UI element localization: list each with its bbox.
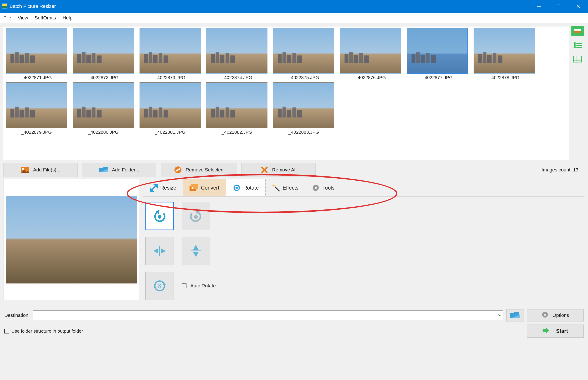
auto-rotate-checkbox[interactable]	[182, 284, 186, 288]
svg-rect-66	[230, 110, 235, 117]
svg-rect-36	[364, 56, 369, 63]
svg-rect-51	[30, 110, 35, 117]
destination-field[interactable]	[33, 310, 503, 320]
menu-softorbits[interactable]: SoftOrbits	[35, 15, 56, 21]
svg-rect-32	[345, 54, 349, 63]
thumbnail-label: _4022878.JPG	[472, 75, 536, 80]
tab-resize-label: Resize	[160, 185, 176, 191]
close-button[interactable]	[568, 0, 588, 13]
convert-icon	[189, 184, 198, 191]
svg-point-107	[315, 187, 317, 189]
picture-icon	[21, 167, 29, 173]
folder-structure-checkbox[interactable]	[4, 329, 9, 333]
start-label: Start	[556, 328, 568, 334]
start-button[interactable]: Start	[527, 324, 584, 338]
rotate-cw-button[interactable]	[182, 202, 210, 230]
thumbnail-image	[73, 28, 134, 74]
rotate-ccw-button[interactable]	[146, 202, 174, 230]
svg-rect-13	[82, 52, 86, 63]
thumbnail-label: _4022879.JPG	[5, 130, 68, 135]
svg-rect-70	[292, 107, 296, 117]
menu-file[interactable]: File	[3, 15, 11, 21]
thumbnail-label: _4022873.JPG	[138, 75, 202, 80]
menu-view[interactable]: View	[18, 15, 28, 21]
remove-selected-button[interactable]: Remove Selected	[161, 163, 237, 177]
svg-rect-71	[297, 110, 302, 117]
thumbnail-item[interactable]: _4022883.JPG	[272, 82, 336, 135]
gear-icon	[312, 184, 320, 192]
thumbnail-label: _4022874.JPG	[205, 75, 269, 80]
svg-rect-41	[431, 55, 436, 63]
thumbnail-item[interactable]: _4022873.JPG	[138, 28, 202, 80]
auto-rotate-toggle-button[interactable]: X	[146, 272, 174, 300]
svg-rect-26	[230, 56, 235, 63]
svg-rect-12	[77, 54, 81, 63]
svg-rect-28	[283, 52, 286, 63]
svg-point-75	[574, 43, 575, 44]
remove-all-button[interactable]: Remove All	[241, 163, 316, 177]
tab-rotate[interactable]: Rotate	[226, 179, 265, 196]
app-title: Batch Picture Resizer	[10, 3, 56, 9]
svg-rect-60	[159, 107, 162, 117]
thumbnail-image	[206, 82, 267, 128]
svg-rect-43	[483, 52, 486, 63]
add-folder-label: Add Folder...	[112, 167, 139, 173]
svg-rect-2	[2, 6, 7, 8]
svg-rect-69	[287, 110, 291, 117]
thumbnail-item[interactable]: _4022876.JPG	[339, 28, 403, 80]
svg-point-87	[22, 168, 24, 170]
file-toolbar: Add File(s)... Add Folder... Remove Sele…	[0, 161, 588, 179]
tab-convert[interactable]: Convert	[183, 179, 226, 196]
thumbnail-item[interactable]: _4022881.JPG	[138, 82, 202, 135]
images-count: Images count: 13	[541, 167, 578, 173]
details-view-button[interactable]	[571, 54, 584, 64]
svg-point-111	[195, 216, 197, 218]
wand-icon	[272, 184, 280, 192]
svg-rect-7	[10, 54, 14, 63]
thumbnail-item[interactable]: _4022871.JPG	[5, 28, 68, 80]
thumbnail-image	[273, 82, 334, 128]
thumbnail-item[interactable]: _4022882.JPG	[205, 82, 269, 135]
svg-rect-33	[349, 52, 353, 63]
gear-icon	[541, 311, 549, 320]
thumbnail-item[interactable]: _4022874.JPG	[205, 28, 269, 80]
minimize-button[interactable]	[529, 0, 549, 13]
thumbnail-label: _4022876.JPG	[339, 75, 403, 80]
flip-horizontal-button[interactable]	[146, 237, 174, 265]
thumbnail-image	[6, 28, 67, 74]
rotate-icon	[233, 184, 241, 192]
options-button[interactable]: Options	[527, 309, 584, 322]
thumbnail-item[interactable]: _4022875.JPG	[272, 28, 336, 80]
maximize-button[interactable]	[549, 0, 568, 13]
tab-effects[interactable]: Effects	[265, 179, 305, 196]
svg-rect-74	[574, 31, 581, 33]
thumbnail-item[interactable]: _4022879.JPG	[5, 82, 68, 135]
browse-button[interactable]	[506, 309, 524, 322]
add-folder-button[interactable]: Add Folder...	[82, 163, 156, 177]
thumbnail-item[interactable]: _4022878.JPG	[472, 28, 536, 80]
tab-tools-label: Tools	[322, 185, 334, 191]
bottom-bar: Destination Options Use folder structure…	[0, 305, 588, 342]
svg-rect-34	[354, 55, 358, 63]
flip-vertical-button[interactable]	[182, 237, 210, 265]
resize-icon	[150, 184, 158, 192]
svg-point-102	[236, 187, 237, 189]
svg-rect-21	[164, 56, 168, 63]
svg-rect-10	[25, 53, 29, 63]
thumbnail-item[interactable]: _4022872.JPG	[71, 28, 135, 80]
preview-image	[6, 196, 137, 284]
svg-rect-42	[478, 54, 482, 63]
tab-resize[interactable]: Resize	[143, 179, 183, 196]
thumbnail-item[interactable]: _4022877.JPG	[405, 28, 469, 80]
thumbnail-item[interactable]: _4022880.JPG	[71, 82, 135, 135]
menu-help[interactable]: Help	[63, 15, 73, 21]
svg-rect-20	[159, 53, 162, 63]
x-icon	[261, 166, 268, 174]
list-view-button[interactable]	[571, 40, 584, 50]
svg-rect-35	[359, 53, 363, 63]
add-files-button[interactable]: Add File(s)...	[3, 163, 78, 177]
thumbnail-view-button[interactable]	[571, 26, 584, 36]
chevron-down-icon[interactable]	[498, 313, 502, 318]
tab-tools[interactable]: Tools	[305, 179, 341, 196]
svg-rect-50	[25, 107, 29, 117]
